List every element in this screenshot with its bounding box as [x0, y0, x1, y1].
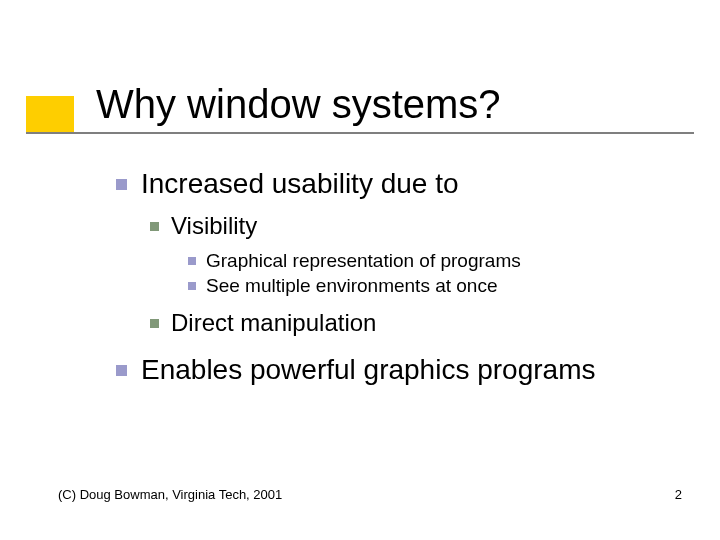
bullet-icon [150, 319, 159, 328]
bullet-text: Direct manipulation [171, 308, 376, 338]
title-accent-block [26, 96, 74, 132]
bullet-level2: Visibility [150, 211, 676, 241]
footer-copyright: (C) Doug Bowman, Virginia Tech, 2001 [58, 487, 282, 502]
bullet-level1: Increased usability due to [116, 166, 676, 201]
bullet-icon [116, 179, 127, 190]
bullet-level3: See multiple environments at once [188, 274, 676, 299]
bullet-icon [188, 257, 196, 265]
bullet-text: Enables powerful graphics programs [141, 352, 595, 387]
footer-page-number: 2 [675, 487, 682, 502]
bullet-icon [188, 282, 196, 290]
bullet-icon [150, 222, 159, 231]
title-underline [26, 132, 694, 134]
bullet-icon [116, 365, 127, 376]
bullet-text: Graphical representation of programs [206, 249, 521, 274]
slide-title: Why window systems? [96, 82, 501, 127]
bullet-level3: Graphical representation of programs [188, 249, 676, 274]
bullet-level2: Direct manipulation [150, 308, 676, 338]
bullet-text: Increased usability due to [141, 166, 459, 201]
bullet-level1: Enables powerful graphics programs [116, 352, 676, 387]
slide-body: Increased usability due to Visibility Gr… [116, 166, 676, 387]
bullet-text: See multiple environments at once [206, 274, 498, 299]
bullet-text: Visibility [171, 211, 257, 241]
